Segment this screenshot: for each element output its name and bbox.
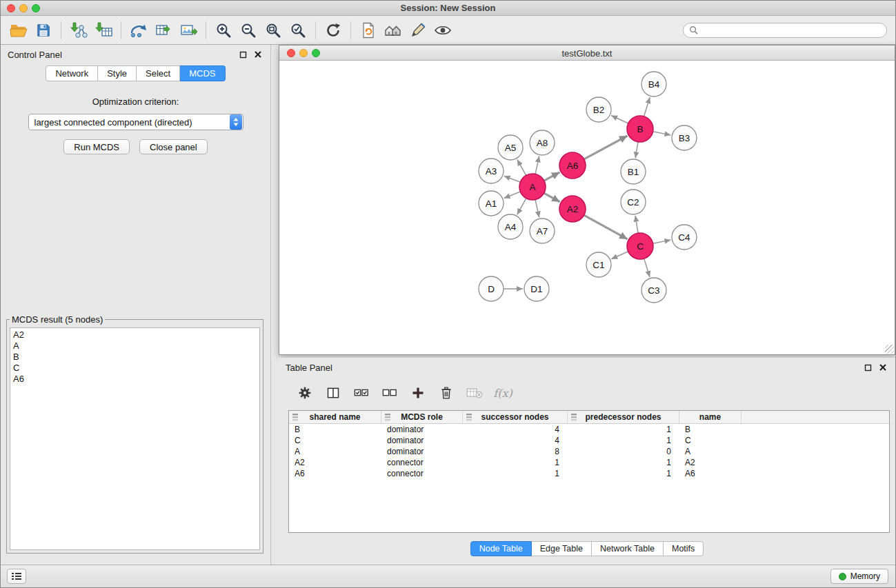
cell-shared-name[interactable]: A2 [289,458,381,467]
network-window-titlebar[interactable]: testGlobe.txt [279,45,895,61]
cell-mcds-role[interactable]: dominator [381,425,463,434]
graph-edge-B-B2[interactable] [611,115,628,123]
tab-network-table[interactable]: Network Table [592,541,664,556]
graph-edge-A-A5[interactable] [517,159,526,175]
tab-edge-table[interactable]: Edge Table [532,541,592,556]
window-resize-grip[interactable] [885,345,894,354]
open-file-button[interactable] [6,19,31,42]
table-row[interactable]: A6 connector 1 1 A6 [289,468,889,479]
graph-edge-A-A4[interactable] [517,199,526,215]
memory-button[interactable]: Memory [830,569,888,584]
graph-edge-C-C1[interactable] [611,252,628,259]
cell-mcds-role[interactable]: connector [381,469,463,478]
zoom-out-button[interactable] [236,19,261,42]
cell-shared-name[interactable]: C [289,436,381,445]
mcds-result-list[interactable]: A2 A B C A6 [10,327,260,550]
cell-predecessor-nodes[interactable]: 1 [568,458,679,467]
graph-edge-A-A6[interactable] [544,172,560,181]
style-button[interactable] [406,19,430,42]
table-row[interactable]: C dominator 4 1 C [289,435,889,446]
search-input[interactable] [701,26,881,35]
import-network-button[interactable] [66,19,91,42]
cell-name[interactable]: A6 [679,469,741,478]
cell-successor-nodes[interactable]: 1 [463,469,568,478]
export-image-button[interactable] [176,19,201,42]
cell-mcds-role[interactable]: connector [381,458,463,467]
graph-edge-A6-B[interactable] [584,136,628,159]
column-header-mcds-role[interactable]: MCDS role [381,411,463,423]
cell-name[interactable]: C [679,436,741,445]
network-graph[interactable]: B4B2BB3A8A5A6A3B1AC2A1A2A4A7C4CC1C3DD1 [279,61,895,354]
graph-edge-A-A8[interactable] [535,156,539,174]
show-hide-button[interactable] [430,19,455,42]
split-column-button[interactable] [325,385,341,401]
mcds-result-item[interactable]: C [13,363,257,374]
mcds-result-item[interactable]: A2 [13,330,257,341]
select-all-button[interactable] [353,385,370,401]
tab-motifs[interactable]: Motifs [664,541,704,556]
table-row[interactable]: A dominator 8 0 A [289,446,889,457]
graph-edge-A-A2[interactable] [544,193,560,202]
float-panel-button[interactable] [237,49,248,60]
cell-successor-nodes[interactable]: 8 [463,447,568,456]
function-builder-button[interactable]: f(x) [495,385,511,401]
zoom-in-button[interactable] [211,19,236,42]
graph-edge-B-B1[interactable] [635,142,638,158]
graph-edge-B-B3[interactable] [653,132,671,135]
cell-predecessor-nodes[interactable]: 1 [568,425,679,434]
add-column-button[interactable] [410,385,426,401]
column-header-shared-name[interactable]: shared name [289,411,381,423]
cell-predecessor-nodes[interactable]: 1 [568,436,679,445]
graph-edge-C-C4[interactable] [653,240,671,243]
mcds-result-item[interactable]: A [13,341,257,352]
cell-mcds-role[interactable]: dominator [381,436,463,445]
open-session-button[interactable] [356,19,381,42]
table-settings-button[interactable] [297,385,313,401]
graph-edge-C-C3[interactable] [644,258,650,277]
run-mcds-button[interactable]: Run MCDS [63,139,130,154]
tab-node-table[interactable]: Node Table [470,541,532,556]
mcds-result-item[interactable]: B [13,352,257,363]
cell-successor-nodes[interactable]: 1 [463,458,568,467]
tab-select[interactable]: Select [137,65,180,81]
cell-predecessor-nodes[interactable]: 0 [568,447,679,456]
optimization-criterion-select[interactable]: largest connected component (directed) [28,114,243,130]
save-button[interactable] [31,19,56,42]
network-canvas[interactable]: B4B2BB3A8A5A6A3B1AC2A1A2A4A7C4CC1C3DD1 [279,61,895,354]
cell-successor-nodes[interactable]: 4 [463,425,568,434]
cell-name[interactable]: A [679,447,741,456]
column-header-successor-nodes[interactable]: successor nodes [463,411,568,423]
cell-successor-nodes[interactable]: 4 [463,436,568,445]
export-network-button[interactable] [126,19,151,42]
graph-edge-A-A3[interactable] [504,176,521,182]
column-header-name[interactable]: name [679,411,741,423]
refresh-button[interactable] [321,19,346,42]
home-button[interactable] [381,19,406,42]
graph-edge-A2-C[interactable] [584,215,628,239]
cell-mcds-role[interactable]: dominator [381,447,463,456]
cell-predecessor-nodes[interactable]: 1 [568,469,679,478]
deselect-all-button[interactable] [381,385,398,401]
table-row[interactable]: A2 connector 1 1 A2 [289,457,889,468]
close-panel-button-action[interactable]: Close panel [139,139,208,154]
graph-edge-B-B4[interactable] [644,97,650,116]
graph-edge-C-C2[interactable] [635,216,638,233]
tab-mcds[interactable]: MCDS [180,65,225,81]
tab-network[interactable]: Network [46,65,98,81]
float-table-panel-button[interactable] [862,362,873,373]
graph-edge-A-A1[interactable] [504,192,521,199]
show-panels-button[interactable] [7,569,26,584]
column-header-predecessor-nodes[interactable]: predecessor nodes [568,411,679,423]
tab-style[interactable]: Style [98,65,137,81]
import-table-button[interactable] [91,19,116,42]
table-row[interactable]: B dominator 4 1 B [289,424,889,435]
search-field[interactable] [683,23,887,38]
cell-name[interactable]: A2 [679,458,741,467]
delete-table-button[interactable] [466,385,483,401]
close-panel-button[interactable] [252,49,263,60]
zoom-fit-button[interactable] [261,19,286,42]
cell-shared-name[interactable]: A [289,447,381,456]
mcds-result-item[interactable]: A6 [13,374,257,385]
export-table-button[interactable] [151,19,176,42]
cell-shared-name[interactable]: A6 [289,469,381,478]
